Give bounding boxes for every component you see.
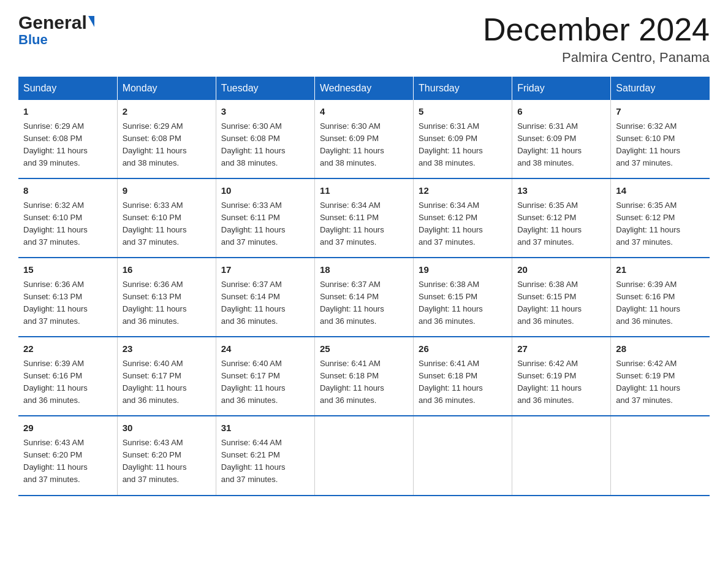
day-number: 4 bbox=[320, 105, 408, 119]
calendar-cell: 25Sunrise: 6:41 AMSunset: 6:18 PMDayligh… bbox=[314, 337, 413, 416]
calendar-cell: 22Sunrise: 6:39 AMSunset: 6:16 PMDayligh… bbox=[18, 337, 117, 416]
calendar-cell bbox=[314, 416, 413, 495]
calendar-cell: 20Sunrise: 6:38 AMSunset: 6:15 PMDayligh… bbox=[512, 258, 611, 337]
day-info: Sunrise: 6:40 AMSunset: 6:17 PMDaylight:… bbox=[221, 358, 309, 407]
logo: General Blue bbox=[18, 12, 94, 48]
calendar-week-5: 29Sunrise: 6:43 AMSunset: 6:20 PMDayligh… bbox=[18, 416, 710, 495]
day-info: Sunrise: 6:34 AMSunset: 6:11 PMDaylight:… bbox=[320, 199, 408, 249]
day-number: 7 bbox=[616, 105, 705, 119]
day-info: Sunrise: 6:29 AMSunset: 6:08 PMDaylight:… bbox=[123, 120, 211, 170]
day-info: Sunrise: 6:42 AMSunset: 6:19 PMDaylight:… bbox=[616, 358, 705, 407]
day-number: 9 bbox=[123, 184, 211, 198]
day-number: 3 bbox=[221, 105, 309, 119]
day-number: 2 bbox=[123, 105, 211, 119]
day-number: 20 bbox=[517, 263, 605, 277]
day-number: 27 bbox=[517, 342, 605, 356]
day-info: Sunrise: 6:35 AMSunset: 6:12 PMDaylight:… bbox=[517, 199, 605, 249]
calendar-cell: 3Sunrise: 6:30 AMSunset: 6:08 PMDaylight… bbox=[216, 100, 314, 178]
day-number: 13 bbox=[517, 184, 605, 198]
weekday-monday: Monday bbox=[117, 77, 216, 100]
calendar-cell: 17Sunrise: 6:37 AMSunset: 6:14 PMDayligh… bbox=[216, 258, 314, 337]
day-number: 22 bbox=[23, 342, 112, 356]
calendar-cell: 29Sunrise: 6:43 AMSunset: 6:20 PMDayligh… bbox=[18, 416, 117, 495]
calendar-cell: 11Sunrise: 6:34 AMSunset: 6:11 PMDayligh… bbox=[314, 178, 413, 258]
day-info: Sunrise: 6:31 AMSunset: 6:09 PMDaylight:… bbox=[517, 120, 605, 170]
day-info: Sunrise: 6:39 AMSunset: 6:16 PMDaylight:… bbox=[23, 358, 112, 407]
day-number: 6 bbox=[517, 105, 605, 119]
calendar-cell: 5Sunrise: 6:31 AMSunset: 6:09 PMDaylight… bbox=[414, 100, 512, 178]
day-info: Sunrise: 6:30 AMSunset: 6:09 PMDaylight:… bbox=[320, 120, 408, 170]
day-info: Sunrise: 6:36 AMSunset: 6:13 PMDaylight:… bbox=[23, 278, 112, 328]
day-info: Sunrise: 6:38 AMSunset: 6:15 PMDaylight:… bbox=[419, 278, 507, 328]
day-number: 16 bbox=[123, 263, 211, 277]
day-number: 14 bbox=[616, 184, 705, 198]
day-info: Sunrise: 6:29 AMSunset: 6:08 PMDaylight:… bbox=[23, 120, 112, 170]
weekday-sunday: Sunday bbox=[18, 77, 117, 100]
calendar-cell: 31Sunrise: 6:44 AMSunset: 6:21 PMDayligh… bbox=[216, 416, 314, 495]
calendar-table: SundayMondayTuesdayWednesdayThursdayFrid… bbox=[18, 77, 710, 496]
month-title: December 2024 bbox=[483, 12, 710, 47]
weekday-tuesday: Tuesday bbox=[216, 77, 314, 100]
day-number: 18 bbox=[320, 263, 408, 277]
weekday-header-row: SundayMondayTuesdayWednesdayThursdayFrid… bbox=[18, 77, 710, 100]
day-info: Sunrise: 6:33 AMSunset: 6:11 PMDaylight:… bbox=[221, 199, 309, 249]
day-info: Sunrise: 6:40 AMSunset: 6:17 PMDaylight:… bbox=[123, 358, 211, 407]
logo-blue: Blue bbox=[18, 32, 48, 48]
day-number: 1 bbox=[23, 105, 112, 119]
page-header: General Blue December 2024 Palmira Centr… bbox=[18, 12, 710, 66]
location: Palmira Centro, Panama bbox=[483, 50, 710, 66]
calendar-cell: 18Sunrise: 6:37 AMSunset: 6:14 PMDayligh… bbox=[314, 258, 413, 337]
day-info: Sunrise: 6:43 AMSunset: 6:20 PMDaylight:… bbox=[23, 437, 112, 486]
calendar-cell: 21Sunrise: 6:39 AMSunset: 6:16 PMDayligh… bbox=[611, 258, 710, 337]
day-number: 21 bbox=[616, 263, 705, 277]
day-number: 24 bbox=[221, 342, 309, 356]
day-info: Sunrise: 6:44 AMSunset: 6:21 PMDaylight:… bbox=[221, 437, 309, 486]
day-number: 8 bbox=[23, 184, 112, 198]
day-info: Sunrise: 6:38 AMSunset: 6:15 PMDaylight:… bbox=[517, 278, 605, 328]
calendar-header: SundayMondayTuesdayWednesdayThursdayFrid… bbox=[18, 77, 710, 100]
day-number: 29 bbox=[23, 421, 112, 435]
day-number: 31 bbox=[221, 421, 309, 435]
calendar-week-1: 1Sunrise: 6:29 AMSunset: 6:08 PMDaylight… bbox=[18, 100, 710, 178]
day-info: Sunrise: 6:34 AMSunset: 6:12 PMDaylight:… bbox=[419, 199, 507, 249]
day-info: Sunrise: 6:37 AMSunset: 6:14 PMDaylight:… bbox=[221, 278, 309, 328]
day-info: Sunrise: 6:30 AMSunset: 6:08 PMDaylight:… bbox=[221, 120, 309, 170]
day-info: Sunrise: 6:41 AMSunset: 6:18 PMDaylight:… bbox=[419, 358, 507, 407]
calendar-cell: 15Sunrise: 6:36 AMSunset: 6:13 PMDayligh… bbox=[18, 258, 117, 337]
calendar-cell bbox=[512, 416, 611, 495]
calendar-cell: 12Sunrise: 6:34 AMSunset: 6:12 PMDayligh… bbox=[414, 178, 512, 258]
day-info: Sunrise: 6:32 AMSunset: 6:10 PMDaylight:… bbox=[23, 199, 112, 249]
calendar-cell: 19Sunrise: 6:38 AMSunset: 6:15 PMDayligh… bbox=[414, 258, 512, 337]
day-info: Sunrise: 6:35 AMSunset: 6:12 PMDaylight:… bbox=[616, 199, 705, 249]
day-number: 17 bbox=[221, 263, 309, 277]
calendar-cell bbox=[414, 416, 512, 495]
calendar-cell: 27Sunrise: 6:42 AMSunset: 6:19 PMDayligh… bbox=[512, 337, 611, 416]
day-number: 12 bbox=[419, 184, 507, 198]
calendar-cell: 26Sunrise: 6:41 AMSunset: 6:18 PMDayligh… bbox=[414, 337, 512, 416]
day-number: 19 bbox=[419, 263, 507, 277]
day-number: 26 bbox=[419, 342, 507, 356]
calendar-cell: 28Sunrise: 6:42 AMSunset: 6:19 PMDayligh… bbox=[611, 337, 710, 416]
day-info: Sunrise: 6:31 AMSunset: 6:09 PMDaylight:… bbox=[419, 120, 507, 170]
day-number: 11 bbox=[320, 184, 408, 198]
calendar-cell: 13Sunrise: 6:35 AMSunset: 6:12 PMDayligh… bbox=[512, 178, 611, 258]
day-info: Sunrise: 6:42 AMSunset: 6:19 PMDaylight:… bbox=[517, 358, 605, 407]
calendar-cell: 7Sunrise: 6:32 AMSunset: 6:10 PMDaylight… bbox=[611, 100, 710, 178]
calendar-cell: 14Sunrise: 6:35 AMSunset: 6:12 PMDayligh… bbox=[611, 178, 710, 258]
logo-general: General bbox=[18, 12, 94, 33]
calendar-cell: 23Sunrise: 6:40 AMSunset: 6:17 PMDayligh… bbox=[117, 337, 216, 416]
calendar-cell: 1Sunrise: 6:29 AMSunset: 6:08 PMDaylight… bbox=[18, 100, 117, 178]
calendar-cell: 30Sunrise: 6:43 AMSunset: 6:20 PMDayligh… bbox=[117, 416, 216, 495]
day-number: 10 bbox=[221, 184, 309, 198]
calendar-cell: 16Sunrise: 6:36 AMSunset: 6:13 PMDayligh… bbox=[117, 258, 216, 337]
day-number: 25 bbox=[320, 342, 408, 356]
calendar-body: 1Sunrise: 6:29 AMSunset: 6:08 PMDaylight… bbox=[18, 100, 710, 495]
weekday-wednesday: Wednesday bbox=[314, 77, 413, 100]
weekday-friday: Friday bbox=[512, 77, 611, 100]
calendar-week-3: 15Sunrise: 6:36 AMSunset: 6:13 PMDayligh… bbox=[18, 258, 710, 337]
day-number: 28 bbox=[616, 342, 705, 356]
weekday-saturday: Saturday bbox=[611, 77, 710, 100]
calendar-week-4: 22Sunrise: 6:39 AMSunset: 6:16 PMDayligh… bbox=[18, 337, 710, 416]
calendar-cell: 10Sunrise: 6:33 AMSunset: 6:11 PMDayligh… bbox=[216, 178, 314, 258]
day-number: 5 bbox=[419, 105, 507, 119]
